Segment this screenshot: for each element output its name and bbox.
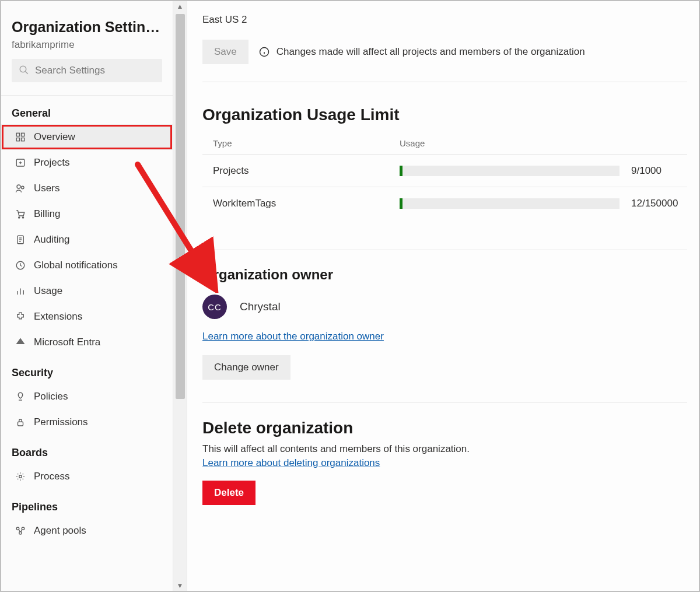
notifications-icon	[15, 260, 26, 271]
policies-icon	[15, 391, 26, 402]
scroll-down-icon[interactable]: ▼	[173, 580, 187, 591]
nav-group-heading: Pipelines	[1, 498, 173, 518]
svg-rect-3	[22, 133, 24, 136]
svg-point-9	[17, 185, 20, 188]
usage-row: WorkItemTags12/150000	[202, 187, 687, 219]
avatar: CC	[202, 295, 227, 319]
svg-point-10	[22, 186, 24, 189]
learn-more-delete-link[interactable]: Learn more about deleting organizations	[202, 457, 380, 468]
settings-sidebar: Organization Settin… fabrikamprime Gener…	[1, 1, 173, 591]
permissions-icon	[15, 417, 26, 428]
delete-button[interactable]: Delete	[202, 481, 256, 505]
owner-heading: Organization owner	[202, 267, 687, 283]
usage-table-header: Type Usage	[202, 138, 687, 154]
sidebar-item-usage[interactable]: Usage	[1, 278, 173, 304]
usage-col-type: Type	[213, 138, 400, 148]
sidebar-item-process[interactable]: Process	[1, 464, 173, 489]
sidebar-item-label: Projects	[34, 157, 69, 169]
usage-value: 12/150000	[631, 198, 687, 209]
agentpools-icon	[15, 526, 26, 536]
sidebar-item-label: Permissions	[34, 416, 88, 428]
sidebar-item-permissions[interactable]: Permissions	[1, 409, 173, 435]
sidebar-item-projects[interactable]: Projects	[1, 150, 173, 176]
usage-type: Projects	[213, 165, 400, 177]
sidebar-item-extensions[interactable]: Extensions	[1, 304, 173, 330]
scroll-thumb[interactable]	[176, 14, 185, 399]
nav-group-heading: Security	[1, 363, 173, 384]
svg-rect-4	[16, 138, 19, 141]
usage-bar	[400, 166, 620, 176]
svg-point-12	[22, 217, 23, 218]
svg-point-23	[19, 475, 22, 478]
sidebar-item-label: Policies	[34, 391, 68, 402]
search-settings-wrap[interactable]	[12, 59, 162, 82]
auditing-icon	[15, 234, 26, 245]
search-icon	[19, 65, 29, 77]
sidebar-item-agentpools[interactable]: Agent pools	[1, 518, 173, 544]
sidebar-item-auditing[interactable]: Auditing	[1, 227, 173, 253]
search-input[interactable]	[35, 65, 155, 76]
scroll-up-icon[interactable]: ▲	[173, 1, 187, 12]
sidebar-item-label: Users	[34, 183, 60, 194]
save-warning-text: Changes made will affect all projects an…	[276, 46, 585, 58]
sidebar-item-overview[interactable]: Overview	[1, 124, 173, 150]
sidebar-item-label: Auditing	[34, 234, 69, 246]
usage-icon	[15, 286, 26, 296]
learn-more-owner-link[interactable]: Learn more about the organization owner	[202, 331, 384, 342]
divider	[202, 402, 687, 402]
users-icon	[15, 183, 26, 194]
divider	[202, 82, 687, 82]
divider	[202, 250, 687, 250]
svg-line-1	[25, 71, 28, 74]
nav-group-heading: General	[1, 104, 173, 124]
sidebar-item-entra[interactable]: Microsoft Entra	[1, 330, 173, 355]
sidebar-item-label: Process	[34, 471, 69, 482]
projects-icon	[15, 157, 26, 168]
entra-icon	[15, 337, 26, 348]
owner-name: Chrystal	[240, 300, 281, 313]
divider	[1, 95, 173, 96]
sidebar-item-label: Microsoft Entra	[34, 337, 100, 348]
info-icon	[259, 47, 270, 57]
sidebar-item-label: Billing	[34, 208, 60, 220]
sidebar-item-label: Extensions	[34, 311, 82, 323]
svg-rect-5	[22, 138, 24, 141]
usage-heading: Organization Usage Limit	[202, 106, 687, 124]
sidebar-item-label: Global notifications	[34, 260, 118, 271]
extensions-icon	[15, 311, 26, 322]
sidebar-item-policies[interactable]: Policies	[1, 384, 173, 409]
sidebar-item-notifications[interactable]: Global notifications	[1, 253, 173, 278]
main-content: East US 2 Save Changes made will affect …	[187, 1, 699, 591]
billing-icon	[15, 209, 26, 219]
svg-point-11	[19, 217, 20, 218]
sidebar-title: Organization Settin…	[12, 19, 162, 36]
usage-bar	[400, 198, 620, 209]
delete-description: This will affect all contents and member…	[202, 443, 687, 455]
sidebar-item-billing[interactable]: Billing	[1, 201, 173, 227]
svg-point-26	[19, 532, 22, 535]
usage-type: WorkItemTags	[213, 198, 400, 209]
process-icon	[15, 471, 26, 482]
org-name: fabrikamprime	[12, 39, 162, 51]
nav-group-heading: Boards	[1, 443, 173, 464]
usage-row: Projects9/1000	[202, 154, 687, 187]
overview-icon	[15, 132, 26, 142]
svg-rect-22	[18, 422, 23, 426]
sidebar-item-users[interactable]: Users	[1, 176, 173, 201]
sidebar-item-label: Agent pools	[34, 525, 86, 537]
region-value: East US 2	[202, 14, 687, 26]
usage-value: 9/1000	[631, 165, 687, 177]
sidebar-scrollbar[interactable]: ▲ ▼	[173, 1, 187, 591]
svg-rect-2	[16, 133, 19, 136]
svg-point-0	[20, 66, 26, 72]
usage-col-usage: Usage	[400, 138, 425, 148]
save-button[interactable]: Save	[202, 40, 249, 64]
delete-heading: Delete organization	[202, 419, 687, 437]
change-owner-button[interactable]: Change owner	[202, 355, 290, 380]
sidebar-item-label: Overview	[34, 131, 75, 143]
sidebar-item-label: Usage	[34, 285, 62, 297]
